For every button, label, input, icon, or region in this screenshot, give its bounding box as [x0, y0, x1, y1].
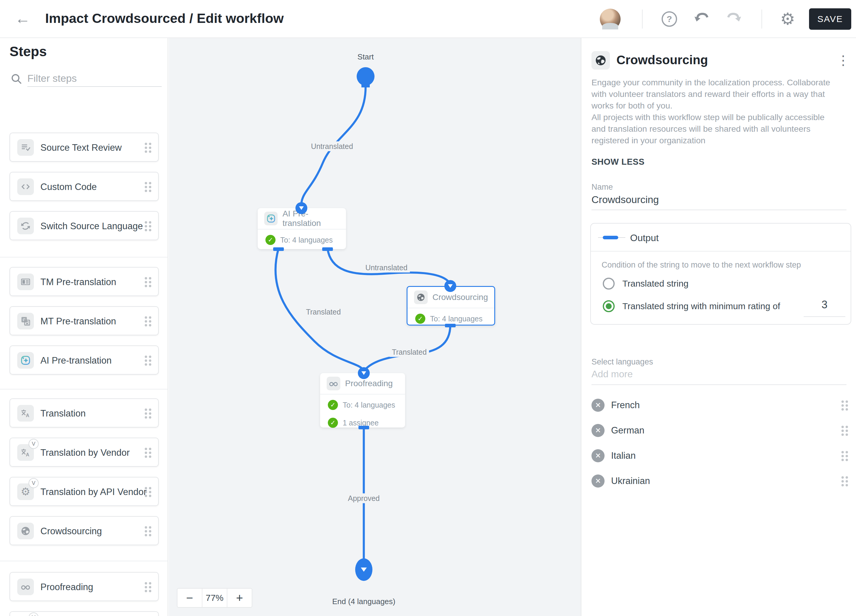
- language-name: Ukrainian: [611, 471, 650, 491]
- node-proofreading[interactable]: Proofreading ✓ To: 4 languages ✓ 1 assig…: [320, 373, 405, 428]
- show-less-link[interactable]: SHOW LESS: [591, 157, 645, 167]
- output-card-header: Output: [591, 223, 851, 251]
- drag-handle-icon[interactable]: [841, 400, 849, 413]
- remove-icon[interactable]: ✕: [591, 399, 605, 412]
- node-title: Crowdsourcing: [433, 293, 488, 302]
- sidebar-item-ai-pre-translation[interactable]: AI Pre-translation: [9, 345, 159, 374]
- glasses-icon: [326, 377, 340, 390]
- drag-handle-icon[interactable]: [144, 486, 152, 499]
- node-crowdsourcing[interactable]: Crowdsourcing ✓ To: 4 languages: [406, 286, 495, 325]
- back-arrow-icon[interactable]: ←: [13, 9, 32, 28]
- add-language-input[interactable]: [591, 369, 847, 385]
- sidebar-item-translation-by-vendor[interactable]: V A Translation by Vendor: [9, 437, 159, 467]
- input-connector[interactable]: [358, 367, 370, 379]
- output-connector[interactable]: [322, 247, 333, 251]
- sidebar-item-custom-code[interactable]: Custom Code: [9, 172, 159, 201]
- sidebar-item-crowdsourcing[interactable]: Crowdsourcing: [9, 516, 159, 545]
- edge-label: Untranslated: [308, 142, 356, 151]
- input-connector[interactable]: [296, 202, 307, 214]
- zoom-in-button[interactable]: +: [227, 589, 252, 607]
- settings-button[interactable]: ⚙: [779, 10, 796, 28]
- drag-handle-icon[interactable]: [144, 181, 152, 194]
- remove-icon[interactable]: ✕: [591, 474, 605, 488]
- node-row: ✓ To: 4 languages: [320, 397, 405, 412]
- avatar[interactable]: [600, 9, 620, 29]
- name-input[interactable]: [591, 194, 847, 210]
- sidebar-item-translation[interactable]: A Translation: [9, 398, 159, 428]
- drag-handle-icon[interactable]: [144, 220, 152, 233]
- input-connector[interactable]: [444, 280, 456, 292]
- drag-handle-icon[interactable]: [841, 450, 849, 463]
- check-icon: ✓: [328, 400, 338, 410]
- workflow-canvas[interactable]: Untranslated Translated Untranslated Tra…: [169, 38, 581, 616]
- sidebar-item-proofreading-by-vendor[interactable]: V Proofreading by Vendor: [9, 611, 159, 616]
- filter-steps-row: [0, 70, 168, 94]
- filter-steps-input[interactable]: [27, 70, 162, 87]
- sidebar-item-label: TM Pre-translation: [40, 268, 116, 297]
- save-button[interactable]: SAVE: [809, 8, 851, 30]
- zoom-out-button[interactable]: −: [177, 589, 202, 607]
- edge-label: Approved: [345, 493, 382, 503]
- radio-translated-string[interactable]: Translated string: [603, 278, 688, 290]
- language-name: French: [611, 395, 640, 416]
- group-divider: [0, 389, 168, 390]
- drag-handle-icon[interactable]: [144, 142, 152, 155]
- step-settings-panel: Crowdsourcing ⋮ Engage your community in…: [581, 38, 856, 616]
- output-connector[interactable]: [273, 247, 284, 251]
- language-name: Italian: [611, 445, 636, 466]
- output-connector[interactable]: [445, 324, 456, 327]
- sidebar-item-label: AI Pre-translation: [40, 346, 112, 375]
- globe-icon: [591, 51, 610, 69]
- node-title: AI Pre-translation: [282, 209, 346, 228]
- ai-sparkle-icon: [17, 352, 34, 369]
- undo-icon: [693, 11, 710, 27]
- redo-icon: [726, 11, 742, 27]
- sidebar-item-mt-pre-translation[interactable]: G MT Pre-translation: [9, 306, 159, 335]
- name-label: Name: [591, 183, 613, 192]
- sidebar-item-label: MT Pre-translation: [40, 307, 116, 336]
- language-row: ✕ German: [581, 420, 856, 441]
- svg-text:A: A: [26, 413, 29, 418]
- end-node-label: End (4 languages): [332, 597, 395, 606]
- remove-icon[interactable]: ✕: [591, 424, 605, 437]
- sidebar-item-label: Source Text Review: [40, 133, 122, 162]
- search-icon: [11, 73, 23, 85]
- undo-button[interactable]: [693, 10, 710, 28]
- source-text-review-icon: [17, 139, 34, 156]
- drag-handle-icon[interactable]: [144, 447, 152, 460]
- min-rating-input[interactable]: [804, 299, 845, 317]
- drag-handle-icon[interactable]: [144, 408, 152, 421]
- sidebar-item-proofreading[interactable]: Proofreading: [9, 572, 159, 601]
- remove-icon[interactable]: ✕: [591, 449, 605, 462]
- radio-selected-icon: [603, 300, 615, 312]
- condition-label: Condition of the string to move to the n…: [602, 260, 801, 270]
- redo-button[interactable]: [725, 10, 743, 28]
- drag-handle-icon[interactable]: [144, 355, 152, 368]
- panel-title: Crowdsourcing: [616, 53, 708, 67]
- top-bar: ← Impact Crowdsourced / Edit workflow ? …: [0, 0, 856, 38]
- sidebar-item-label: Translation by API Vendor: [40, 477, 146, 507]
- help-button[interactable]: ?: [660, 10, 678, 28]
- drag-handle-icon[interactable]: [841, 425, 849, 438]
- steps-sidebar: Steps Source Text Review Custom Code Swi…: [0, 38, 168, 616]
- radio-label: Translated string: [622, 279, 688, 289]
- output-connector[interactable]: [359, 426, 369, 429]
- sidebar-item-label: Translation by Vendor: [40, 438, 129, 467]
- drag-handle-icon[interactable]: [144, 525, 152, 538]
- sidebar-item-translation-by-api-vendor[interactable]: V ⚙ Translation by API Vendor: [9, 477, 159, 506]
- end-node[interactable]: [355, 558, 373, 581]
- drag-handle-icon[interactable]: [144, 276, 152, 289]
- drag-handle-icon[interactable]: [144, 581, 152, 594]
- globe-icon: [414, 291, 428, 304]
- sidebar-item-switch-source-language[interactable]: Switch Source Language: [9, 211, 159, 240]
- sidebar-item-tm-pre-translation[interactable]: TM Pre-translation: [9, 267, 159, 296]
- node-ai-pre-translation[interactable]: AI Pre-translation ✓ To: 4 languages: [258, 208, 346, 249]
- radio-translated-min-rating[interactable]: Translated string with minimum rating of: [603, 300, 780, 312]
- start-node[interactable]: [357, 67, 374, 86]
- translation-memory-icon: [17, 274, 34, 290]
- drag-handle-icon[interactable]: [144, 316, 152, 328]
- node-title: Proofreading: [345, 379, 393, 388]
- sidebar-item-source-text-review[interactable]: Source Text Review: [9, 132, 159, 162]
- drag-handle-icon[interactable]: [841, 475, 849, 488]
- kebab-menu-icon[interactable]: ⋮: [836, 51, 851, 69]
